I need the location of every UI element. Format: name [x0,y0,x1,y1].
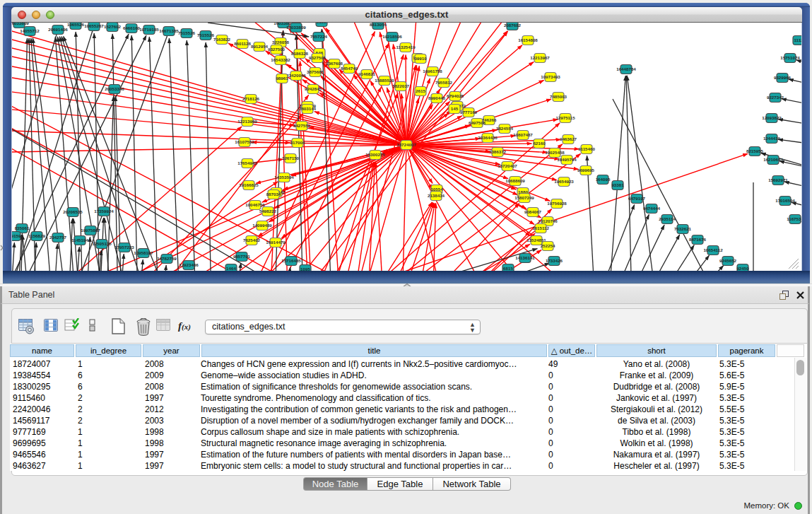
svg-text:7955812: 7955812 [435,80,453,85]
svg-text:10046756: 10046756 [245,202,265,207]
svg-text:9463627: 9463627 [560,136,577,141]
svg-text:16033809: 16033809 [11,23,29,25]
svg-text:15300275: 15300275 [365,152,385,157]
svg-text:9242845: 9242845 [305,86,322,91]
svg-text:1095: 1095 [300,267,310,271]
svg-text:7515526: 7515526 [197,33,215,37]
svg-text:9227342: 9227342 [767,95,784,100]
svg-text:93381: 93381 [611,182,624,187]
svg-text:19756928: 19756928 [547,201,567,206]
svg-text:14136141: 14136141 [515,255,535,260]
svg-text:7163822: 7163822 [213,37,231,42]
svg-text:9146821: 9146821 [358,71,376,76]
svg-text:9327500: 9327500 [268,47,286,52]
svg-text:14099489: 14099489 [252,223,272,228]
svg-text:2615: 2615 [416,88,425,93]
svg-text:19975867: 19975867 [81,228,100,233]
svg-text:1464: 1464 [226,266,236,271]
svg-text:6479197: 6479197 [628,196,646,201]
svg-text:145: 145 [451,106,459,111]
svg-text:18724007: 18724007 [396,142,416,147]
svg-text:9474444: 9474444 [643,206,661,211]
svg-text:17359924: 17359924 [94,209,114,214]
svg-text:1065526: 1065526 [67,23,85,27]
svg-text:19218506: 19218506 [382,34,402,39]
svg-text:20364436: 20364436 [478,135,498,140]
svg-text:5822037: 5822037 [392,83,410,88]
svg-text:252254: 252254 [541,243,555,248]
svg-text:2718126: 2718126 [242,96,260,101]
svg-text:16671385: 16671385 [159,28,179,33]
svg-text:6794028: 6794028 [447,93,464,98]
svg-text:5155: 5155 [317,23,326,24]
svg-text:16154808: 16154808 [518,37,538,42]
svg-text:9245652: 9245652 [719,258,737,263]
svg-text:9327508: 9327508 [309,55,326,60]
svg-text:10973493: 10973493 [541,74,560,79]
svg-text:1527602: 1527602 [104,24,122,29]
svg-text:317004: 317004 [290,140,305,145]
svg-text:16107552: 16107552 [235,139,254,144]
svg-text:7515526: 7515526 [178,30,196,35]
svg-text:15716485: 15716485 [281,258,301,263]
svg-text:9115460: 9115460 [578,146,595,151]
svg-text:17957223: 17957223 [114,245,134,250]
svg-text:1145194: 1145194 [71,238,88,243]
svg-text:2342757: 2342757 [49,235,67,240]
svg-text:12213967: 12213967 [530,55,550,60]
svg-text:9857791: 9857791 [233,254,251,259]
svg-text:12923466: 12923466 [179,262,199,267]
svg-text:7485003: 7485003 [550,94,567,99]
svg-text:164095: 164095 [596,177,611,182]
svg-text:8471676: 8471676 [689,237,707,242]
svg-text:10807487: 10807487 [513,132,533,137]
svg-text:20691406: 20691406 [48,27,68,32]
svg-text:3226058: 3226058 [272,40,290,45]
svg-text:15807249: 15807249 [514,195,534,200]
svg-text:19654923: 19654923 [554,179,574,184]
svg-text:12093822: 12093822 [762,115,782,120]
svg-text:10958107: 10958107 [134,250,153,255]
svg-text:7857224: 7857224 [310,34,328,39]
svg-text:1733426: 1733426 [546,258,563,263]
svg-text:835061: 835061 [15,226,30,230]
svg-text:9699695: 9699695 [577,168,595,173]
svg-text:8990448: 8990448 [428,95,446,100]
svg-text:14055712: 14055712 [20,28,40,33]
svg-text:7625402: 7625402 [243,238,261,243]
svg-text:09910: 09910 [414,56,427,61]
svg-text:7386372: 7386372 [489,149,507,154]
svg-text:23420046: 23420046 [286,73,306,78]
svg-text:2138434: 2138434 [428,193,445,198]
svg-text:1615112: 1615112 [532,226,549,230]
svg-text:18495794: 18495794 [557,157,577,162]
svg-text:16448784: 16448784 [616,66,636,71]
svg-text:92450: 92450 [736,266,749,271]
svg-text:62160: 62160 [533,141,546,146]
svg-text:8813054: 8813054 [370,23,387,27]
svg-text:12505135: 12505135 [92,241,112,246]
svg-text:16961758: 16961758 [423,69,442,74]
svg-text:15885520: 15885520 [375,78,394,83]
svg-text:887034: 887034 [266,192,281,197]
svg-text:2087682: 2087682 [504,23,522,28]
svg-text:10719185: 10719185 [139,27,159,32]
svg-text:12975115: 12975115 [555,115,575,120]
svg-text:39159: 39159 [11,233,21,238]
svg-text:11325419: 11325419 [396,45,416,49]
svg-text:14353594: 14353594 [274,175,294,180]
svg-text:16914479: 16914479 [266,240,286,245]
svg-text:6466160: 6466160 [123,25,141,30]
svg-text:5498222: 5498222 [259,209,277,214]
svg-text:16210643: 16210643 [763,157,783,162]
svg-text:20053346: 20053346 [105,86,124,91]
svg-text:9329966: 9329966 [774,75,792,80]
svg-text:10655267: 10655267 [84,23,104,28]
svg-text:1156829: 1156829 [28,233,45,238]
svg-text:10654112: 10654112 [703,247,723,252]
svg-text:15751074: 15751074 [780,55,800,60]
svg-text:2803144: 2803144 [299,106,317,111]
svg-text:9777169: 9777169 [460,110,478,115]
svg-text:10025458: 10025458 [545,150,565,155]
svg-text:16782759: 16782759 [157,256,177,261]
